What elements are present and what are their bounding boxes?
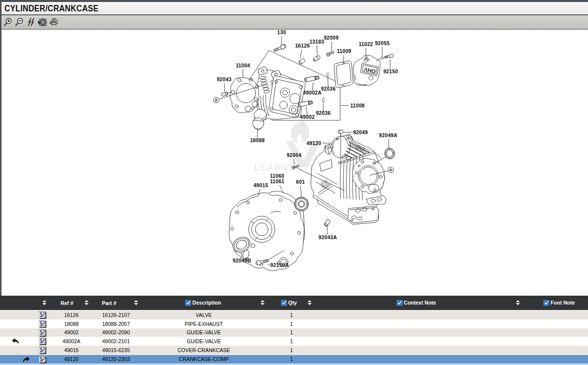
- leader-line: [312, 82, 313, 91]
- part-label[interactable]: 92004: [287, 153, 301, 158]
- part-retainer-13183[interactable]: [312, 55, 320, 62]
- sort-icon[interactable]: [261, 300, 265, 306]
- part-label[interactable]: 92055: [375, 41, 390, 46]
- svg-text:A: A: [389, 167, 392, 172]
- part-label[interactable]: 49002A: [303, 90, 322, 96]
- sort-icon[interactable]: [516, 300, 521, 306]
- exploded-parts-diagram: LEADVENTURE: [0, 0, 588, 296]
- part-label[interactable]: 11022: [358, 42, 373, 47]
- part-label[interactable]: 92009: [324, 35, 339, 41]
- sort-icon[interactable]: [85, 300, 89, 306]
- part-rocker-cover-gasket[interactable]: [334, 61, 353, 88]
- sort-icon[interactable]: [308, 300, 312, 306]
- part-cylinder-head[interactable]: [254, 66, 305, 121]
- part-label[interactable]: 49015: [253, 183, 268, 188]
- column-header-qty[interactable]: Qty: [281, 300, 297, 306]
- table-row[interactable]: 49120 49120-2303 CRANKCASE-COMP 1: [0, 355, 588, 364]
- part-label[interactable]: 11060: [270, 173, 284, 179]
- view-callout[interactable]: A: [213, 97, 219, 103]
- edit-note-icon[interactable]: [39, 320, 47, 329]
- part-valve-cap-16126[interactable]: [298, 58, 305, 65]
- table-row[interactable]: 49015 49015-6235 COVER-CRANKCASE 1: [0, 346, 588, 355]
- part-screw-92009[interactable]: [326, 50, 335, 56]
- part-label[interactable]: 92049: [353, 130, 368, 135]
- part-o-ring-92055[interactable]: [381, 57, 384, 59]
- column-header-part[interactable]: Part #: [102, 300, 116, 306]
- part-label[interactable]: 11008: [350, 103, 364, 108]
- column-header-foot-note[interactable]: Foot Note: [544, 300, 575, 306]
- part-label[interactable]: 18088: [250, 138, 265, 143]
- cell-quantity: 1: [290, 312, 293, 318]
- part-valve-guide-a[interactable]: [304, 75, 319, 82]
- qty-checkbox[interactable]: [281, 300, 287, 306]
- sort-icon[interactable]: [134, 300, 139, 306]
- cell-ref-number: 49002A: [62, 338, 80, 344]
- edit-note-icon[interactable]: [39, 329, 47, 338]
- cell-part-number: 16126-2107: [102, 312, 130, 318]
- part-label[interactable]: 92036: [316, 110, 331, 116]
- part-circlip[interactable]: [322, 98, 325, 101]
- part-label[interactable]: 11004: [235, 63, 250, 68]
- part-bolt-130[interactable]: [273, 44, 287, 52]
- part-rocker-cover[interactable]: OHV: [353, 55, 380, 85]
- part-label[interactable]: 92043: [217, 77, 232, 82]
- part-label[interactable]: 92049A: [379, 133, 398, 138]
- cell-quantity: 1: [290, 329, 293, 335]
- cell-ref-number: 49015: [64, 347, 78, 353]
- cell-quantity: 1: [290, 321, 293, 327]
- cell-ref-number: 16126: [64, 312, 78, 318]
- part-label[interactable]: 92049B: [233, 258, 251, 263]
- part-label[interactable]: 11009: [337, 49, 351, 54]
- table-row[interactable]: 49002 49002-2090 GUIDE-VALVE 1: [0, 328, 588, 337]
- description-checkbox[interactable]: [185, 300, 191, 306]
- cell-quantity: 1: [290, 347, 293, 353]
- part-label[interactable]: 92036: [321, 86, 336, 92]
- part-label[interactable]: 92150A: [270, 262, 289, 268]
- column-header-context-note[interactable]: Context Note: [397, 300, 436, 306]
- cell-ref-number: 49120: [64, 356, 78, 362]
- column-header-description[interactable]: Description: [185, 300, 221, 306]
- table-row[interactable]: 16126 16126-2107 VALVE 1: [0, 311, 588, 319]
- cell-part-number: 18088-2057: [102, 321, 130, 327]
- cell-description: CRANKCASE-COMP: [179, 356, 229, 362]
- context-note-checkbox[interactable]: [397, 300, 402, 306]
- edit-note-icon[interactable]: [39, 311, 47, 320]
- redo-arrow-icon[interactable]: [21, 356, 31, 364]
- edit-note-icon[interactable]: [39, 337, 47, 346]
- part-dowel-pin[interactable]: [221, 92, 228, 96]
- diagram-canvas[interactable]: LEADVENTURE: [1, 30, 588, 296]
- part-circlip[interactable]: [327, 73, 330, 76]
- part-label[interactable]: 601: [296, 179, 305, 185]
- table-row[interactable]: 49002A 49002-2101 GUIDE-VALVE 1: [0, 337, 588, 346]
- part-bolt-92150[interactable]: [384, 54, 394, 59]
- part-oil-seal-92049A[interactable]: [383, 147, 396, 160]
- part-crankcase[interactable]: [311, 133, 386, 224]
- view-callout[interactable]: A: [388, 167, 393, 172]
- part-label[interactable]: 130: [277, 30, 286, 35]
- cell-quantity: 1: [290, 356, 293, 362]
- part-label[interactable]: 49002: [300, 114, 315, 120]
- part-label[interactable]: 49120: [306, 141, 321, 146]
- edit-note-icon[interactable]: [39, 346, 47, 355]
- parts-catalog-window: CYLINDER/CRANKCASE: [0, 0, 588, 365]
- parts-table-header: Ref # Part # Description Qty Context Not…: [0, 296, 588, 310]
- sort-icon[interactable]: [43, 300, 47, 306]
- foot-note-checkbox[interactable]: [544, 300, 549, 306]
- part-head-gasket[interactable]: [230, 77, 259, 113]
- part-cap-92049[interactable]: [338, 129, 343, 134]
- part-ball-bearing[interactable]: [294, 197, 308, 211]
- part-label[interactable]: 16126: [295, 43, 310, 49]
- parts-table-body: 16126 16126-2107 VALVE 1 180: [0, 311, 588, 364]
- undo-arrow-icon[interactable]: [11, 337, 21, 345]
- partial-next-row: [0, 364, 588, 365]
- column-header-ref[interactable]: Ref #: [60, 300, 73, 306]
- table-row[interactable]: 18088 18088-2057 PIPE-EXHAUST 1: [0, 319, 588, 328]
- parts-table: Ref # Part # Description Qty Context Not…: [0, 296, 588, 365]
- part-dowel-pin-92043A[interactable]: [324, 219, 330, 227]
- part-label[interactable]: 92150: [383, 69, 398, 74]
- part-label[interactable]: 11061: [270, 179, 284, 184]
- cell-part-number: 49002-2101: [102, 338, 130, 344]
- part-label[interactable]: 92043A: [318, 235, 337, 240]
- part-label[interactable]: 13183: [309, 39, 324, 45]
- cell-description: GUIDE-VALVE: [186, 338, 221, 344]
